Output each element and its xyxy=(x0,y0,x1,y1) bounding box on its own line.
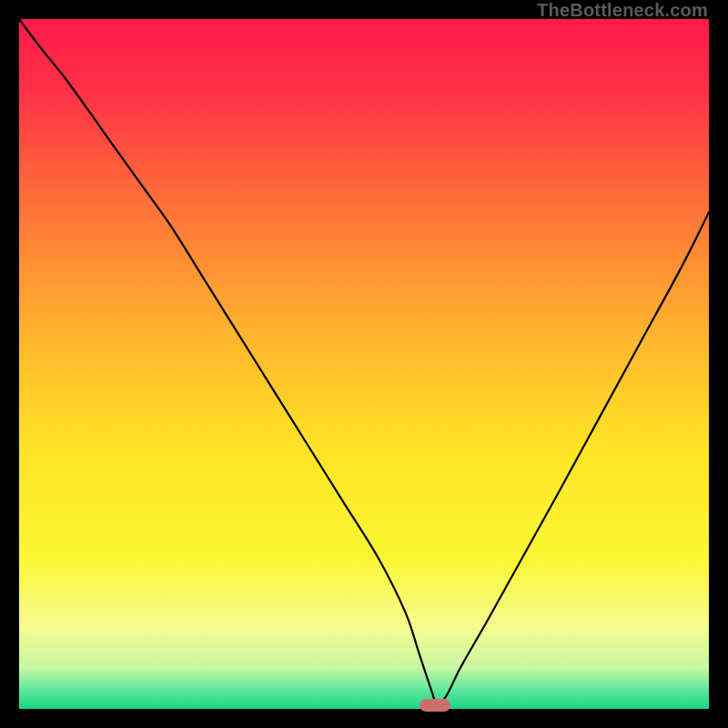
chart-frame: TheBottleneck.com xyxy=(0,0,728,728)
watermark-text: TheBottleneck.com xyxy=(537,0,708,21)
bottleneck-curve xyxy=(19,19,709,709)
plot-area xyxy=(19,19,709,709)
minimum-marker xyxy=(420,699,450,712)
